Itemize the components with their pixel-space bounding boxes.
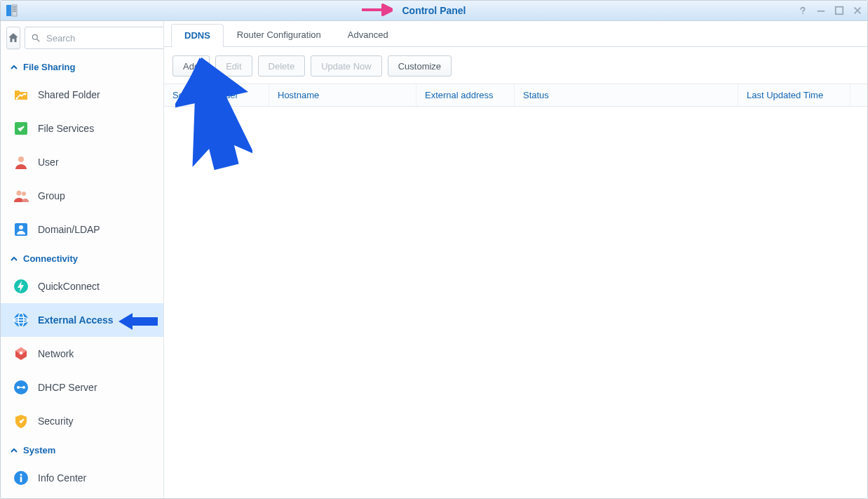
nav-label: File Services: [38, 123, 94, 134]
sidebar-item-domain-ldap[interactable]: Domain/LDAP: [1, 213, 163, 246]
svg-rect-0: [6, 5, 11, 16]
window-title: Control Panel: [402, 5, 466, 16]
minimize-button[interactable]: [815, 5, 827, 16]
sidebar: File Sharing Shared Folder File Services…: [1, 21, 164, 498]
svg-line-9: [37, 39, 40, 42]
svg-point-5: [802, 13, 803, 15]
svg-rect-7: [836, 7, 843, 15]
sidebar-item-user[interactable]: User: [1, 145, 163, 179]
file-services-icon: [13, 120, 29, 137]
sidebar-item-network[interactable]: Network: [1, 337, 163, 371]
search-field[interactable]: [25, 27, 164, 49]
svg-rect-2: [13, 6, 16, 8]
svg-point-10: [16, 98, 18, 100]
nav-label: QuickConnect: [38, 281, 100, 292]
section-system[interactable]: System: [1, 438, 163, 461]
section-file-sharing[interactable]: File Sharing: [1, 55, 163, 78]
nav-label: User: [38, 157, 59, 168]
dhcp-server-icon: [13, 379, 29, 396]
main-content: DDNS Router Configuration Advanced Add E…: [164, 21, 867, 498]
add-button[interactable]: Add: [172, 55, 210, 76]
svg-point-11: [25, 93, 27, 95]
svg-rect-30: [20, 477, 22, 482]
shared-folder-icon: [13, 86, 29, 103]
svg-rect-23: [20, 352, 22, 354]
table-body: [164, 107, 867, 498]
home-icon: [7, 32, 20, 44]
section-label: Connectivity: [23, 253, 78, 264]
columns-more-button[interactable]: [850, 84, 867, 106]
user-icon: [13, 154, 29, 171]
svg-point-29: [20, 474, 22, 476]
sidebar-item-security[interactable]: Security: [1, 404, 163, 438]
tab-bar: DDNS Router Configuration Advanced: [164, 21, 867, 47]
col-service-provider[interactable]: Service provider: [164, 84, 269, 106]
nav-label: External Access: [38, 314, 114, 326]
close-button[interactable]: [852, 5, 863, 16]
chevron-up-icon: [11, 64, 18, 71]
group-icon: [13, 187, 29, 204]
control-panel-window: Control Panel: [0, 0, 868, 499]
table-header: Service provider Hostname External addre…: [164, 84, 867, 107]
customize-button[interactable]: Customize: [388, 55, 452, 76]
svg-point-17: [19, 225, 23, 229]
svg-point-13: [18, 157, 24, 162]
sidebar-item-dhcp-server[interactable]: DHCP Server: [1, 371, 163, 404]
search-icon: [31, 33, 41, 43]
section-connectivity[interactable]: Connectivity: [1, 246, 163, 270]
tab-ddns[interactable]: DDNS: [171, 24, 224, 47]
app-icon: [5, 4, 19, 18]
edit-button[interactable]: Edit: [215, 55, 252, 76]
col-external-address[interactable]: External address: [416, 84, 515, 106]
window-titlebar: Control Panel: [1, 1, 867, 21]
svg-point-8: [32, 34, 37, 39]
nav-label: Group: [38, 190, 65, 201]
section-label: System: [23, 445, 55, 455]
chevron-up-icon: [11, 447, 18, 454]
home-button[interactable]: [6, 27, 20, 49]
svg-rect-3: [13, 8, 16, 10]
svg-rect-6: [818, 11, 825, 12]
update-now-button[interactable]: Update Now: [311, 55, 382, 76]
search-input[interactable]: [45, 32, 164, 44]
svg-point-14: [17, 191, 22, 196]
tab-router-config[interactable]: Router Configuration: [224, 23, 334, 46]
globe-icon: [13, 312, 29, 328]
col-status[interactable]: Status: [515, 84, 738, 106]
col-last-updated[interactable]: Last Updated Time: [738, 84, 850, 106]
toolbar: Add Edit Delete Update Now Customize: [164, 47, 867, 84]
chevron-up-icon: [11, 255, 18, 262]
section-label: File Sharing: [23, 62, 75, 72]
sidebar-item-group[interactable]: Group: [1, 179, 163, 213]
col-hostname[interactable]: Hostname: [269, 84, 416, 106]
maximize-button[interactable]: [834, 5, 845, 16]
nav-label: Shared Folder: [38, 89, 100, 100]
info-icon: [13, 470, 29, 486]
nav-label: Network: [38, 348, 74, 359]
delete-button[interactable]: Delete: [258, 55, 306, 76]
nav-label: Info Center: [38, 472, 86, 484]
nav-label: Security: [38, 415, 74, 427]
nav-label: DHCP Server: [38, 382, 97, 393]
shield-icon: [13, 413, 29, 430]
sidebar-item-shared-folder[interactable]: Shared Folder: [1, 78, 163, 112]
nav-label: Domain/LDAP: [38, 224, 100, 235]
svg-rect-4: [13, 11, 16, 12]
svg-point-15: [22, 192, 26, 196]
help-button[interactable]: [797, 5, 808, 16]
sidebar-item-file-services[interactable]: File Services: [1, 112, 163, 145]
sidebar-item-info-center[interactable]: Info Center: [1, 461, 163, 495]
quickconnect-icon: [13, 278, 29, 295]
domain-ldap-icon: [13, 221, 29, 238]
sidebar-item-external-access[interactable]: External Access: [1, 303, 163, 337]
network-icon: [13, 345, 29, 362]
sidebar-item-quickconnect[interactable]: QuickConnect: [1, 270, 163, 303]
tab-advanced[interactable]: Advanced: [334, 23, 402, 46]
